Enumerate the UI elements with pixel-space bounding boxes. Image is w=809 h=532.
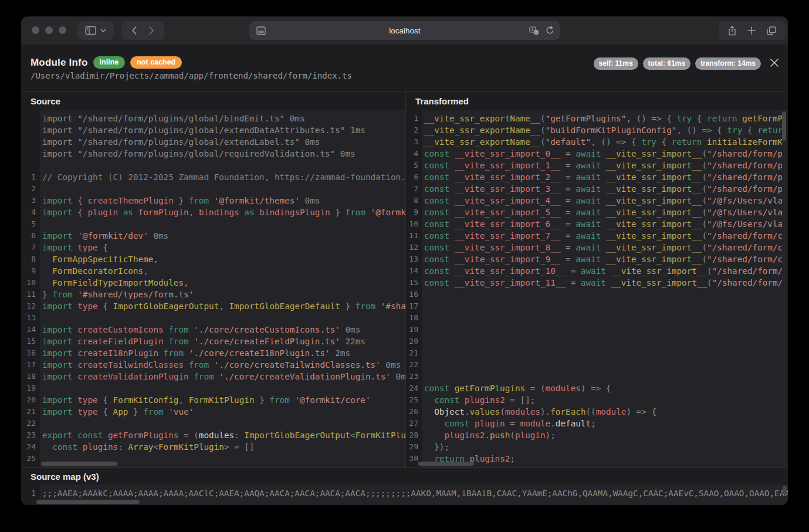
source-code[interactable]: import "/shared/form/plugins/global/bind… bbox=[21, 110, 405, 467]
code-text bbox=[422, 300, 782, 312]
code-line: 15const __vite_ssr_import_11__ = await _… bbox=[406, 277, 787, 289]
code-line: 19 bbox=[406, 324, 787, 336]
code-line: 26 Object.values(modules).forEach((modul… bbox=[406, 406, 787, 418]
line-number: 11 bbox=[21, 289, 40, 300]
code-text bbox=[422, 312, 782, 324]
code-text: import '@formkit/dev' 0ms bbox=[40, 230, 405, 242]
module-info-page: Module Info inline not cached self: 11ms… bbox=[21, 45, 788, 91]
code-text: import "/shared/form/plugins/global/requ… bbox=[40, 148, 405, 160]
line-number: 8 bbox=[21, 253, 40, 265]
line-number: 7 bbox=[21, 242, 40, 253]
horizontal-scrollbar[interactable] bbox=[41, 462, 117, 466]
source-panel-title: Source bbox=[21, 92, 405, 110]
horizontal-scrollbar[interactable] bbox=[36, 500, 140, 504]
forward-button[interactable] bbox=[143, 26, 158, 35]
line-number: 5 bbox=[21, 218, 40, 230]
line-number: 9 bbox=[21, 265, 40, 277]
transformed-panel-title: Transformed bbox=[406, 92, 787, 110]
nav-buttons bbox=[121, 21, 164, 40]
window-minimize-button[interactable] bbox=[45, 26, 53, 34]
code-text: return plugins2; bbox=[422, 453, 782, 465]
code-line: 1// Copyright (C) 2012-2025 Zammad Found… bbox=[21, 171, 405, 183]
vertical-scrollbar[interactable] bbox=[783, 486, 787, 494]
code-line: 21import type { App } from 'vue' bbox=[21, 406, 405, 418]
new-tab-icon[interactable] bbox=[742, 26, 761, 35]
code-text: }); bbox=[422, 441, 782, 453]
code-line: import "/shared/form/plugins/global/exte… bbox=[21, 124, 405, 136]
line-number: 20 bbox=[406, 336, 422, 347]
code-text bbox=[422, 359, 782, 371]
code-line: 8const __vite_ssr_import_4__ = await __v… bbox=[406, 195, 787, 206]
line-number: 9 bbox=[406, 206, 422, 218]
sourcemap-code[interactable]: 1;;;AAEA;AAAkC;AAAA;AAAA;AAAA;AAClC;AAEA… bbox=[21, 484, 788, 505]
code-text bbox=[40, 312, 405, 324]
code-text: import type { FormKitConfig, FormKitPlug… bbox=[40, 394, 405, 406]
code-text: import "/shared/form/plugins/global/exte… bbox=[40, 124, 405, 136]
code-line: 7const __vite_ssr_import_3__ = await __v… bbox=[406, 183, 787, 195]
code-line: 14import createCustomIcons from './core/… bbox=[21, 324, 405, 336]
line-number: 13 bbox=[406, 253, 422, 265]
code-text: import createValidationPlugin from './co… bbox=[40, 371, 405, 382]
horizontal-scrollbar[interactable] bbox=[418, 462, 474, 466]
code-text bbox=[40, 418, 405, 429]
line-number: 28 bbox=[406, 429, 422, 441]
code-line: 19 bbox=[21, 382, 405, 394]
line-number bbox=[21, 160, 40, 171]
tab-overview-icon[interactable] bbox=[761, 26, 782, 35]
code-text: import type { bbox=[40, 242, 405, 253]
line-number: 17 bbox=[406, 300, 422, 312]
code-line: 2 bbox=[21, 183, 405, 195]
code-line: 11const __vite_ssr_import_7__ = await __… bbox=[406, 230, 787, 242]
line-number: 5 bbox=[406, 160, 422, 171]
window-zoom-button[interactable] bbox=[59, 26, 66, 34]
translate-icon[interactable]: A x bbox=[529, 21, 539, 40]
line-number: 12 bbox=[406, 242, 422, 253]
code-line: 6import '@formkit/dev' 0ms bbox=[21, 230, 405, 242]
browser-window: localhost A x bbox=[21, 16, 788, 505]
code-text: const __vite_ssr_import_8__ = await __vi… bbox=[422, 242, 782, 253]
code-line: 20 bbox=[406, 336, 787, 347]
line-number: 21 bbox=[21, 406, 40, 418]
code-line: 10 FormFieldTypeImportModules, bbox=[21, 277, 405, 289]
code-line: 20import type { FormKitConfig, FormKitPl… bbox=[21, 394, 405, 406]
line-number bbox=[21, 148, 40, 160]
share-icon[interactable] bbox=[722, 26, 742, 36]
code-text bbox=[422, 371, 782, 382]
code-line: 21 bbox=[406, 347, 787, 359]
code-text: __vite_ssr_exportName__("getFormPlugins"… bbox=[422, 113, 782, 124]
code-line: 4const __vite_ssr_import_0__ = await __v… bbox=[406, 148, 787, 160]
code-line: 13 bbox=[21, 312, 405, 324]
code-text: const __vite_ssr_import_7__ = await __vi… bbox=[422, 230, 782, 242]
line-number: 25 bbox=[21, 453, 40, 465]
line-number: 19 bbox=[406, 324, 422, 336]
line-number: 1 bbox=[21, 171, 40, 183]
code-line: 28 plugins2.push(plugin); bbox=[406, 429, 787, 441]
code-line: 10const __vite_ssr_import_6__ = await __… bbox=[406, 218, 787, 230]
inline-badge: inline bbox=[93, 56, 126, 69]
line-number: 2 bbox=[21, 183, 40, 195]
line-number: 11 bbox=[406, 230, 422, 242]
close-icon[interactable] bbox=[769, 57, 780, 69]
address-bar[interactable]: localhost A x bbox=[249, 21, 560, 40]
window-close-button[interactable] bbox=[32, 26, 39, 34]
line-number: 27 bbox=[406, 418, 422, 429]
vertical-scrollbar[interactable] bbox=[782, 111, 786, 141]
code-line: 7import type { bbox=[21, 242, 405, 253]
code-line: 24const getFormPlugins = (modules) => { bbox=[406, 382, 787, 394]
code-line: 9const __vite_ssr_import_5__ = await __v… bbox=[406, 206, 787, 218]
back-button[interactable] bbox=[127, 26, 143, 35]
code-line: 23export const getFormPlugins = (modules… bbox=[21, 429, 405, 441]
browser-titlebar: localhost A x bbox=[21, 16, 788, 45]
line-number bbox=[21, 124, 40, 136]
reload-icon[interactable] bbox=[546, 21, 554, 40]
transformed-code[interactable]: 1__vite_ssr_exportName__("getFormPlugins… bbox=[406, 110, 787, 467]
sidebar-toggle-button[interactable] bbox=[77, 21, 114, 40]
line-number: 14 bbox=[406, 265, 422, 277]
code-line: import "/shared/form/plugins/global/requ… bbox=[21, 148, 405, 160]
svg-text:x: x bbox=[535, 31, 537, 34]
line-number: 16 bbox=[406, 289, 422, 300]
toolbar-actions bbox=[719, 21, 786, 40]
code-text: import createTailwindClasses from './cor… bbox=[40, 359, 405, 371]
code-line: 16 bbox=[406, 289, 787, 300]
line-number: 19 bbox=[21, 382, 40, 394]
